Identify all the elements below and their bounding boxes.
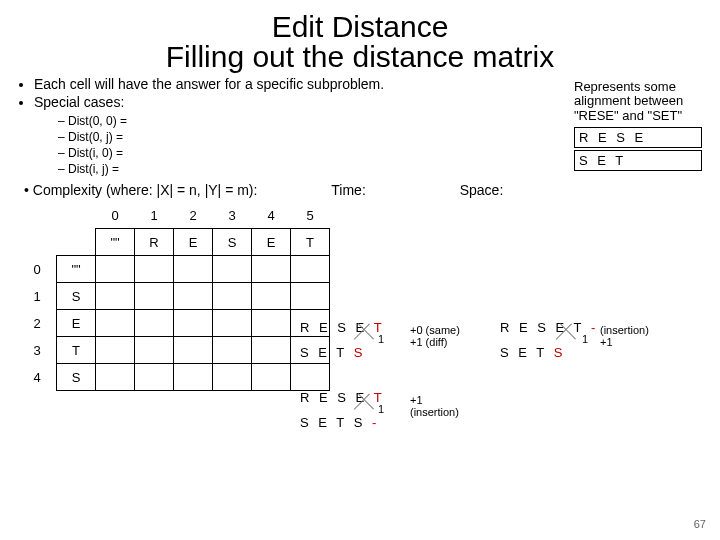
alignment-b: S E T xyxy=(574,150,702,171)
side-note: Represents some alignment between "RESE"… xyxy=(574,80,702,123)
page-title: Edit Distance xyxy=(18,10,702,44)
page-subtitle: Filling out the distance matrix xyxy=(18,40,702,74)
space-label: Space: xyxy=(460,182,504,198)
alignment-a: R E S E xyxy=(574,127,702,148)
complexity-label: Complexity (where: |X| = n, |Y| = m): xyxy=(33,182,258,198)
time-label: Time: xyxy=(331,182,365,198)
distance-matrix: 012345 ""RESET 0"" 1S 2E 3T 4S xyxy=(18,202,330,391)
page-number: 67 xyxy=(694,518,706,530)
